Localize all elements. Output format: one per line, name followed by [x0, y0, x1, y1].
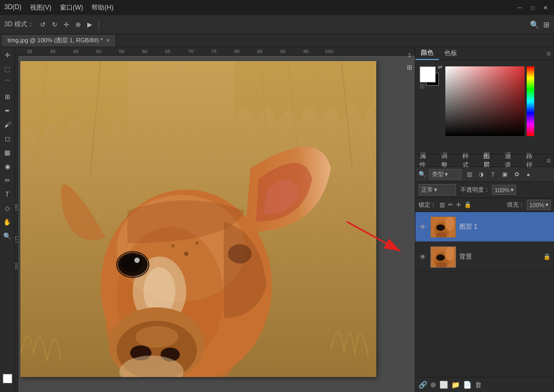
minimize-button[interactable]: ─: [515, 3, 524, 12]
tool-zoom[interactable]: 🔍: [2, 230, 13, 242]
filter-icon-pixel[interactable]: ▥: [465, 170, 474, 179]
filter-type-select[interactable]: 类型 ▾: [429, 169, 461, 179]
lock-all-icon[interactable]: 🔒: [464, 201, 472, 208]
filter-icon-smart[interactable]: ✿: [512, 170, 521, 179]
tab-layers[interactable]: 图层: [479, 154, 500, 167]
tool-text[interactable]: T: [2, 189, 13, 200]
layer-mask-icon[interactable]: ⬜: [439, 381, 448, 389]
toolbar-rotate-icon[interactable]: ↺: [40, 21, 45, 28]
tool-eraser[interactable]: ◻: [2, 133, 13, 145]
fill-input[interactable]: 100% ▾: [527, 200, 551, 210]
menu-3d[interactable]: 3D(D): [4, 3, 21, 12]
tab-paths[interactable]: 路径: [522, 154, 543, 167]
ruler-mark: 95: [294, 49, 317, 54]
swap-colors-icon[interactable]: ⇄: [438, 64, 442, 70]
tab-color[interactable]: 颜色: [415, 47, 439, 60]
blend-mode-select[interactable]: 正常 ▾: [419, 184, 456, 195]
tab-swatches[interactable]: 色板: [439, 47, 462, 60]
layer-link-icon[interactable]: 🔗: [419, 381, 427, 389]
lock-draw-icon[interactable]: ✏: [448, 201, 453, 208]
layer-add-icon[interactable]: 📄: [463, 381, 472, 389]
fill-label: 填充：: [507, 201, 525, 209]
ruler-mark: 45: [64, 49, 87, 54]
blend-mode-chevron: ▾: [434, 186, 437, 193]
filter-icon-adjust[interactable]: ◑: [476, 170, 486, 179]
layer-effect-icon[interactable]: ⊕: [430, 381, 436, 389]
ruler-mark: 35: [18, 49, 41, 54]
tool-move[interactable]: ✛: [2, 49, 13, 61]
spectrum-bar[interactable]: [527, 66, 534, 136]
menu-help[interactable]: 帮助(H): [92, 3, 113, 12]
tool-brush[interactable]: 🖌: [2, 119, 13, 131]
tool-pen[interactable]: ✏: [2, 175, 13, 186]
background-visibility-icon[interactable]: 👁: [419, 253, 427, 261]
filter-type-chevron: ▾: [445, 171, 448, 178]
opacity-input[interactable]: 100% ▾: [492, 185, 516, 195]
filter-icon-shape[interactable]: ▣: [500, 170, 510, 179]
tool-gradient[interactable]: ▦: [2, 147, 13, 159]
toolbar-move3d-icon[interactable]: ✛: [64, 21, 69, 28]
svg-point-29: [171, 244, 174, 247]
toolbar-reset-icon[interactable]: ↻: [52, 21, 57, 28]
left-toolbox: ✛ ⬚ ⌒ ⊞ ✒ 🖌 ◻ ▦ ◉ ✏ T ◇ ✋ 🔍: [0, 47, 15, 392]
toolbar-layout-icon[interactable]: ⊞: [543, 20, 550, 29]
ruler-mark: 90: [271, 49, 294, 54]
tool-path[interactable]: ◇: [2, 202, 13, 214]
panel-tool-zoom[interactable]: ⊞: [404, 62, 415, 73]
tool-eyedrop[interactable]: ✒: [2, 105, 13, 117]
close-button[interactable]: ✕: [541, 3, 550, 12]
toolbar: 3D 模式： ↺ ↻ ✛ ⊕ ▶ 🔍 ⊞: [0, 15, 554, 34]
fill-value: 100%: [529, 202, 544, 208]
color-panel-menu[interactable]: ≡: [543, 49, 554, 58]
lock-label: 锁定：: [419, 201, 436, 209]
tab-properties[interactable]: 属性: [415, 154, 437, 167]
blend-mode-label: 正常: [421, 186, 433, 194]
tab-channels[interactable]: 通道: [500, 154, 522, 167]
tool-lasso[interactable]: ⌒: [2, 77, 13, 89]
menu-window[interactable]: 窗口(W): [60, 3, 83, 12]
svg-point-37: [436, 224, 445, 231]
layer-item-layer1[interactable]: 👁 图层 1: [415, 212, 554, 242]
default-colors-icon[interactable]: ⬛: [420, 84, 425, 89]
toolbar-3d-label: 3D 模式：: [4, 20, 34, 29]
tool-hand[interactable]: ✋: [2, 216, 13, 228]
tool-select[interactable]: ⬚: [2, 63, 13, 75]
toolbar-separator: [98, 19, 99, 30]
layer1-visibility-icon[interactable]: 👁: [419, 223, 427, 231]
filter-icon-text[interactable]: T: [488, 170, 498, 179]
color-panel-tabs: 颜色 色板 ≡: [415, 47, 554, 60]
panel-tool-arrow[interactable]: ↕: [404, 49, 415, 60]
foreground-color[interactable]: [420, 66, 436, 82]
tab-adjustments[interactable]: 调整: [437, 154, 458, 167]
layers-controls: 正常 ▾ 不透明度： 100% ▾: [415, 182, 554, 198]
lock-move-icon[interactable]: ✛: [456, 201, 461, 208]
layer-item-background[interactable]: 👁 背景 🔒: [415, 242, 554, 272]
right-panel: 颜色 色板 ≡ ⇄ ⬛: [415, 47, 554, 392]
ruler-mark: 60: [133, 49, 156, 54]
background-thumbnail: [430, 246, 456, 268]
toolbar-video-icon[interactable]: ▶: [87, 21, 92, 28]
layers-panel-menu[interactable]: ≡: [543, 156, 554, 165]
svg-point-28: [195, 242, 199, 245]
lock-pixel-icon[interactable]: ▥: [439, 201, 445, 208]
filter-icon-circle[interactable]: ●: [523, 170, 533, 179]
color-gradient-picker[interactable]: [445, 66, 525, 136]
svg-point-18: [134, 258, 140, 263]
tab-timg[interactable]: timg.jpg @ 100% (图层 1, RGB/8#) * ✕: [2, 35, 116, 47]
maximize-button[interactable]: □: [528, 3, 537, 12]
tab-styles[interactable]: 样式: [458, 154, 480, 167]
layer-group-icon[interactable]: 📁: [451, 381, 460, 389]
layer-actions-bar: 🔗 ⊕ ⬜ 📁 📄 🗑: [415, 377, 554, 392]
toolbar-camera-icon[interactable]: ⊕: [75, 21, 81, 28]
toolbar-search-icon[interactable]: 🔍: [530, 20, 539, 29]
tool-crop[interactable]: ⊞: [2, 91, 13, 103]
tabbar: timg.jpg @ 100% (图层 1, RGB/8#) * ✕: [0, 34, 554, 47]
background-lock-icon[interactable]: 🔒: [543, 253, 551, 260]
tool-blur[interactable]: ◉: [2, 161, 13, 172]
tool-fg-color[interactable]: [3, 374, 12, 383]
tab-close-button[interactable]: ✕: [106, 37, 110, 43]
menu-view[interactable]: 视图(V): [30, 3, 51, 12]
canvas-area[interactable]: [15, 56, 415, 392]
color-panel-content: ⇄ ⬛: [415, 60, 554, 140]
layer-delete-icon[interactable]: 🗑: [475, 381, 482, 389]
